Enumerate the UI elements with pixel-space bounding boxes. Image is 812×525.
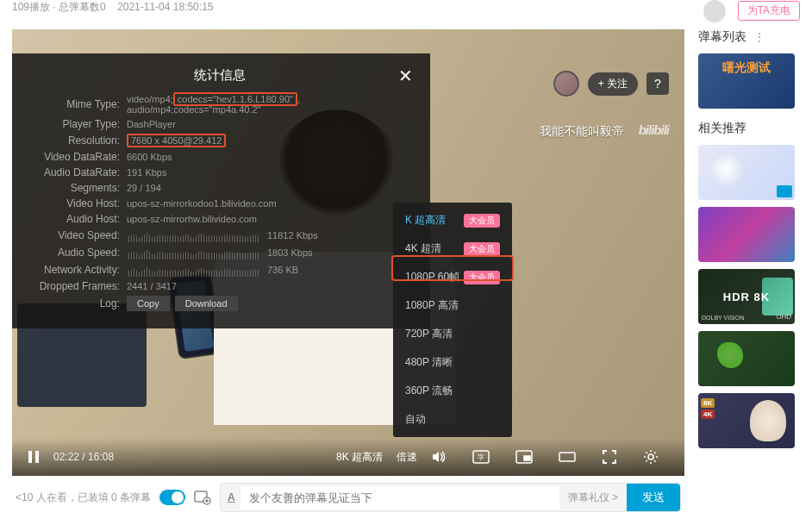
related-thumb-2[interactable]: [698, 207, 795, 262]
video-host-value: upos-sz-mirrorkodoo1.bilivideo.com: [127, 198, 277, 209]
related-thumb-3[interactable]: DOLBY VISIONUHD: [698, 269, 795, 324]
audio-speed-value: 1803 Kbps: [267, 247, 313, 258]
badge-4k: 4K: [701, 409, 715, 419]
danmu-input[interactable]: [240, 486, 559, 509]
charge-button[interactable]: 为TA充电: [738, 1, 800, 21]
player-type-value: DashPlayer: [127, 119, 176, 129]
widescreen-icon[interactable]: [559, 450, 576, 464]
svg-point-7: [648, 454, 653, 459]
bilibili-logo: bilibili: [639, 122, 669, 137]
svg-rect-1: [35, 451, 39, 463]
svg-rect-0: [28, 451, 32, 463]
segments-value: 29 / 194: [127, 183, 161, 193]
uploader-avatar[interactable]: [703, 0, 726, 22]
quality-auto[interactable]: 自动: [393, 405, 512, 434]
player-type-label: Player Type:: [19, 118, 127, 130]
video-datarate-label: Video DataRate:: [19, 151, 127, 163]
network-label: Network Activity:: [19, 264, 127, 276]
network-graph: [127, 263, 260, 277]
action-row: 投币 分享: [12, 519, 684, 525]
quality-360p[interactable]: 360P 流畅: [393, 377, 512, 405]
danmu-style-icon[interactable]: A: [228, 491, 235, 503]
more-icon[interactable]: ⋮: [753, 30, 767, 44]
svg-text:字: 字: [478, 453, 484, 461]
danmu-settings-icon[interactable]: [194, 490, 211, 505]
audio-host-label: Audio Host:: [19, 213, 127, 225]
network-value: 736 KB: [267, 265, 298, 275]
quality-480p[interactable]: 480P 清晰: [393, 348, 512, 377]
related-title: 相关推荐: [698, 121, 800, 136]
upload-time: 2021-11-04 18:50:15: [117, 1, 213, 13]
audio-speed-label: Audio Speed:: [19, 247, 127, 259]
video-speed-value: 11812 Kbps: [267, 230, 318, 241]
badge-8k: 8K: [701, 398, 715, 408]
segments-label: Segments:: [19, 182, 127, 194]
speed-button[interactable]: 倍速: [397, 450, 417, 465]
player-controls: 02:22 / 16:08 8K 超高清 倍速 字: [12, 438, 684, 476]
audio-speed-graph: [127, 246, 260, 259]
quality-4k[interactable]: 4K 超清大会员: [393, 234, 512, 263]
danmu-etiquette[interactable]: 弹幕礼仪 >: [559, 491, 627, 505]
follow-button[interactable]: + 关注: [588, 72, 638, 96]
danmu-toggle[interactable]: [159, 490, 185, 505]
danmu-list-title[interactable]: 弹幕列表: [698, 29, 746, 45]
dropped-frames-label: Dropped Frames:: [19, 280, 127, 292]
copy-button[interactable]: Copy: [127, 296, 170, 311]
svg-rect-5: [524, 456, 530, 460]
download-button[interactable]: Download: [175, 296, 238, 311]
svg-rect-6: [559, 453, 575, 461]
time-display: 02:22 / 16:08: [53, 451, 114, 463]
quality-1080p[interactable]: 1080P 高清: [393, 291, 512, 320]
fullscreen-icon[interactable]: [602, 449, 617, 465]
dropped-frames-value: 2441 / 3417: [127, 281, 177, 291]
subtitle-icon[interactable]: 字: [472, 450, 490, 464]
send-button[interactable]: 发送: [627, 484, 680, 511]
pip-icon[interactable]: [515, 450, 533, 464]
pause-icon[interactable]: [26, 449, 41, 465]
help-button[interactable]: ?: [646, 72, 669, 95]
audio-datarate-value: 191 Kbps: [127, 167, 166, 178]
quality-8k[interactable]: K 超高清大会员: [393, 206, 512, 234]
audio-host-value: upos-sz-mirrorhw.bilivideo.com: [127, 214, 257, 224]
resolution-label: Resolution:: [19, 134, 127, 147]
quality-button[interactable]: 8K 超高清: [336, 450, 383, 465]
danmu-bar: <10 人在看，已装填 0 条弹幕 A 弹幕礼仪 > 发送: [12, 476, 684, 519]
settings-icon[interactable]: [643, 449, 659, 465]
volume-icon[interactable]: [431, 449, 447, 465]
related-thumb-4[interactable]: [698, 331, 795, 386]
quality-720p[interactable]: 720P 高清: [393, 320, 512, 348]
channel-avatar[interactable]: [553, 71, 579, 97]
bili-badge-icon: [777, 185, 792, 197]
stats-panel: 统计信息 ✕ Mime Type:video/mp4;codecs="hev1.…: [12, 53, 430, 328]
watermark-text: 我能不能叫毅帝: [540, 124, 624, 140]
stats-title: 统计信息: [194, 67, 246, 82]
video-player[interactable]: 我能不能叫毅帝 bilibili + 关注 ? 统计信息 ✕ Mime Type…: [12, 29, 684, 476]
audio-datarate-label: Audio DataRate:: [19, 166, 127, 178]
log-label: Log:: [19, 297, 127, 309]
mime-value: video/mp4;codecs="hev1.1.6.L180.90", aud…: [127, 94, 420, 115]
resolution-value: 7680 x 4050@29.412: [127, 134, 226, 147]
related-thumb-5[interactable]: 8K 4K: [698, 393, 795, 448]
viewer-count: <10 人在看，已装填 0 条弹幕: [16, 491, 151, 505]
quality-1080p60[interactable]: 1080P 60帧大会员: [393, 263, 512, 291]
video-host-label: Video Host:: [19, 197, 127, 209]
play-count: 109播放 · 总弹幕数0: [12, 1, 106, 13]
video-speed-graph: [127, 228, 260, 242]
mime-label: Mime Type:: [19, 98, 127, 110]
video-datarate-value: 6600 Kbps: [127, 152, 172, 162]
promo-thumbnail[interactable]: [698, 53, 795, 109]
quality-menu: K 超高清大会员 4K 超清大会员 1080P 60帧大会员 1080P 高清 …: [393, 203, 512, 437]
video-speed-label: Video Speed:: [19, 229, 127, 241]
related-thumb-1[interactable]: [698, 145, 795, 200]
close-icon[interactable]: ✕: [398, 66, 413, 86]
